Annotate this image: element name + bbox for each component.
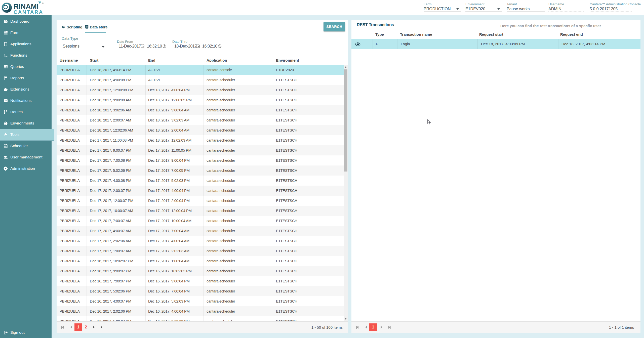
svg-text:®: ® [42, 2, 44, 5]
svg-text:CANTARA: CANTARA [14, 9, 43, 14]
